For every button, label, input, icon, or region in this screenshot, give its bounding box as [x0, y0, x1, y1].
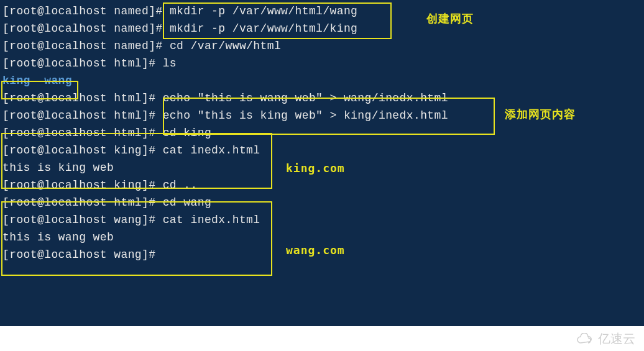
- terminal-line: [root@localhost wang]# cat inedx.html: [0, 211, 644, 229]
- terminal-line: [root@localhost html]# cd king: [0, 124, 644, 142]
- terminal-output: king wang: [0, 72, 644, 89]
- prompt: [root@localhost named]#: [2, 5, 170, 17]
- cloud-icon: [576, 333, 594, 345]
- prompt: [root@localhost wang]#: [2, 214, 163, 226]
- watermark: 亿速云: [576, 330, 635, 347]
- command-text: cat inedx.html: [163, 214, 260, 226]
- terminal-line: [root@localhost king]# cd ..: [0, 176, 644, 194]
- terminal-output: this is wang web: [0, 229, 644, 246]
- command-text: echo "this is king web" > king/inedx.htm…: [163, 109, 448, 122]
- terminal-line: [root@localhost wang]#: [0, 246, 644, 263]
- command-text: cd ..: [163, 179, 198, 191]
- footer-area: [0, 326, 644, 351]
- command-text: cd king: [163, 127, 211, 139]
- command-text: cd wang: [163, 196, 211, 209]
- prompt: [root@localhost king]#: [2, 144, 163, 157]
- terminal-line: [root@localhost html]# cd wang: [0, 194, 644, 211]
- prompt: [root@localhost html]#: [2, 196, 163, 209]
- command-text: ls: [163, 57, 177, 70]
- watermark-text: 亿速云: [598, 330, 635, 347]
- command-text: echo "this is wang web" > wang/inedx.htm…: [163, 92, 448, 104]
- command-text: mkdir -p /var/www/html/king: [170, 22, 357, 35]
- terminal-line: [root@localhost king]# cat inedx.html: [0, 142, 644, 159]
- prompt: [root@localhost html]#: [2, 57, 163, 70]
- terminal-line: [root@localhost named]# mkdir -p /var/ww…: [0, 2, 644, 20]
- prompt: [root@localhost wang]#: [2, 248, 163, 261]
- terminal-line: [root@localhost named]# mkdir -p /var/ww…: [0, 20, 644, 37]
- command-text: cat inedx.html: [163, 144, 260, 157]
- terminal-window[interactable]: [root@localhost named]# mkdir -p /var/ww…: [0, 0, 644, 326]
- prompt: [root@localhost html]#: [2, 127, 163, 139]
- prompt: [root@localhost king]#: [2, 179, 163, 191]
- terminal-line: [root@localhost named]# cd /var/www/html: [0, 37, 644, 55]
- prompt: [root@localhost html]#: [2, 109, 163, 122]
- prompt: [root@localhost html]#: [2, 92, 163, 104]
- prompt: [root@localhost named]#: [2, 40, 170, 52]
- prompt: [root@localhost named]#: [2, 22, 170, 35]
- terminal-line: [root@localhost html]# ls: [0, 55, 644, 72]
- command-text: cd /var/www/html: [170, 40, 281, 52]
- terminal-line: [root@localhost html]# echo "this is kin…: [0, 107, 644, 124]
- terminal-line: [root@localhost html]# echo "this is wan…: [0, 89, 644, 107]
- terminal-output: this is king web: [0, 159, 644, 176]
- command-text: mkdir -p /var/www/html/wang: [170, 5, 357, 17]
